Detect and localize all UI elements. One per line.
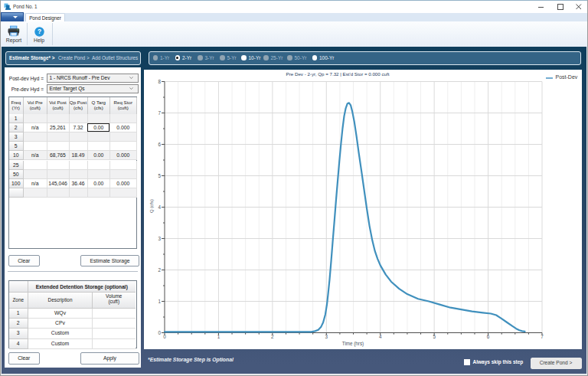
svg-text:3: 3 (325, 334, 328, 339)
svg-text:0: 0 (163, 334, 166, 339)
svg-text:5: 5 (158, 172, 161, 178)
svg-text:8: 8 (158, 78, 161, 83)
svg-text:4: 4 (379, 334, 382, 339)
svg-text:Q (cfs): Q (cfs) (149, 199, 154, 213)
svg-text:7: 7 (158, 110, 161, 115)
svg-text:1: 1 (158, 298, 161, 303)
svg-text:2: 2 (271, 334, 274, 339)
svg-text:7: 7 (541, 334, 544, 339)
svg-text:4: 4 (158, 204, 161, 209)
svg-text:5: 5 (433, 334, 436, 339)
svg-text:6: 6 (158, 141, 161, 146)
svg-text:1: 1 (217, 334, 220, 339)
svg-text:2: 2 (158, 266, 161, 272)
svg-text:6: 6 (487, 334, 490, 339)
svg-text:?: ? (37, 28, 41, 35)
svg-text:0: 0 (158, 329, 161, 335)
svg-text:Time (hrs): Time (hrs) (342, 341, 364, 347)
svg-text:3: 3 (158, 235, 161, 240)
